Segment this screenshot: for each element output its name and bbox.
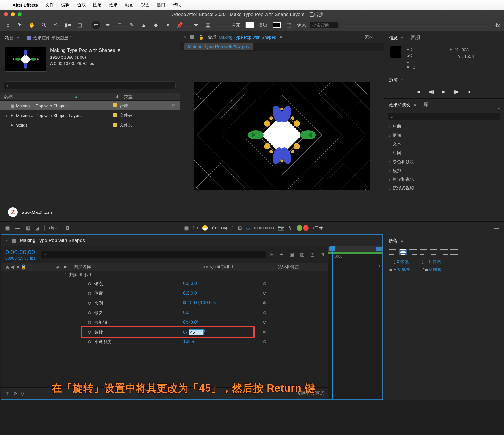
- align-right-button[interactable]: [409, 249, 417, 255]
- align-center-button[interactable]: [399, 249, 407, 255]
- more-tabs-icon[interactable]: »: [377, 35, 380, 40]
- guides-icon[interactable]: ◇: [246, 225, 250, 231]
- tl-btm-icon[interactable]: {}: [21, 391, 24, 396]
- zoom-level[interactable]: (33.3%): [212, 225, 227, 230]
- property-value[interactable]: 0.0: [183, 310, 263, 315]
- list-item[interactable]: ›▸ Making ... Pop with Shapes Layers 文件夹: [0, 110, 180, 120]
- property-row[interactable]: Ö比例⧉ 100.0,100.0%⊚: [1, 298, 328, 308]
- justify-center-button[interactable]: [430, 249, 437, 255]
- tl-btm-icon[interactable]: ⊚: [13, 391, 17, 396]
- menu-animation[interactable]: 动画: [125, 2, 134, 8]
- list-item[interactable]: ›▸ Solids 文件夹: [0, 120, 180, 130]
- sort-arrow-icon[interactable]: ▴: [75, 94, 77, 99]
- justify-left-button[interactable]: [420, 249, 427, 255]
- project-bpc-button[interactable]: 8 bpc: [44, 225, 60, 231]
- app-name[interactable]: After Effects: [13, 3, 38, 7]
- window-zoom-button[interactable]: [18, 12, 22, 16]
- property-value[interactable]: 0.0,0.0: [183, 281, 263, 286]
- window-close-button[interactable]: [4, 12, 8, 16]
- label-color-icon[interactable]: [113, 123, 117, 127]
- resolution[interactable]: (二分: [313, 225, 323, 231]
- menu-effect[interactable]: 效果: [109, 2, 118, 8]
- property-row[interactable]: Ö锚点0.0,0.0⊚: [1, 279, 328, 288]
- stamp-tool[interactable]: ▲: [140, 21, 148, 29]
- comp-flowchart-icon[interactable]: ⊱: [270, 252, 274, 257]
- play-button[interactable]: ▶: [442, 89, 446, 94]
- channel-icon[interactable]: ↯: [288, 225, 292, 231]
- stopwatch-icon[interactable]: Ö: [85, 301, 94, 305]
- stopwatch-icon[interactable]: Ö: [85, 339, 94, 344]
- eraser-tool[interactable]: ◆: [152, 21, 160, 29]
- stopwatch-icon[interactable]: Ö: [85, 291, 94, 296]
- star-icon[interactable]: ★: [192, 21, 200, 29]
- tab-library[interactable]: 库: [422, 99, 429, 110]
- pin-tool[interactable]: 📌: [176, 21, 184, 29]
- tab-project[interactable]: 项目≡: [4, 33, 21, 43]
- space-after[interactable]: *≣ 0 像素: [423, 267, 442, 272]
- graph-icon[interactable]: ◳: [310, 252, 314, 257]
- window-minimize-button[interactable]: [11, 12, 15, 16]
- parent-link-icon[interactable]: ⊚: [263, 339, 267, 344]
- workarea-end-handle[interactable]: [376, 247, 382, 251]
- justify-right-button[interactable]: [440, 249, 448, 255]
- adjust-icon[interactable]: ◢: [35, 225, 39, 231]
- viewer-time[interactable]: 0;00;00;00: [254, 225, 274, 230]
- first-frame-button[interactable]: ⏮: [416, 89, 421, 94]
- stroke-width-icon[interactable]: ⬚: [285, 21, 293, 29]
- timeline-track-area[interactable]: :00s ▴: [328, 246, 382, 399]
- trash-icon[interactable]: 🗑: [65, 225, 71, 231]
- tab-paragraph[interactable]: 段落≡: [388, 236, 404, 246]
- close-tab-icon[interactable]: ×: [184, 35, 187, 40]
- snap-icon[interactable]: ⊡: [321, 252, 324, 257]
- indent-right[interactable]: ▯← 0 像素: [421, 259, 441, 264]
- timeline-tab[interactable]: Making Type Pop with Shapes: [20, 238, 85, 243]
- menu-file[interactable]: 文件: [45, 2, 54, 8]
- menu-edit[interactable]: 编辑: [61, 2, 70, 8]
- stopwatch-icon[interactable]: Ö: [85, 320, 94, 325]
- justify-all-button[interactable]: [450, 249, 458, 255]
- col-parent[interactable]: 父级和链接: [278, 264, 299, 270]
- tab-audio[interactable]: 音频: [409, 32, 421, 43]
- motion-blur-icon[interactable]: ▥: [300, 252, 304, 257]
- parent-link-icon[interactable]: ⊚: [263, 320, 267, 325]
- label-column-icon[interactable]: ◈: [116, 94, 124, 99]
- transform-group[interactable]: ˅变换: 矩形 1: [1, 271, 328, 279]
- space-before[interactable]: ≣→ 0 像素: [389, 267, 410, 272]
- color-mgmt-icon[interactable]: 🟢🔴: [296, 225, 309, 231]
- property-row[interactable]: Ö倾斜0.0⊚: [1, 308, 328, 317]
- effect-category[interactable]: 模糊和锐化: [384, 175, 504, 184]
- effect-category[interactable]: 抠像: [384, 131, 504, 140]
- tab-info[interactable]: 信息≡: [388, 33, 404, 43]
- zoom-tool[interactable]: [40, 21, 48, 29]
- snapshot-icon[interactable]: 📷: [278, 225, 284, 231]
- menu-view[interactable]: 视图: [141, 2, 149, 8]
- label-icon[interactable]: ◈: [56, 264, 64, 270]
- search-help-input[interactable]: [310, 22, 339, 28]
- scroll-up-icon[interactable]: ▴: [378, 263, 381, 268]
- av-features-icons[interactable]: ◉ ◀) ● 🔒: [5, 264, 56, 270]
- stopwatch-icon[interactable]: Ö: [85, 310, 94, 315]
- effects-search-input[interactable]: ⌕: [388, 113, 500, 120]
- menu-help[interactable]: 帮助: [173, 2, 181, 8]
- grid-toggle-icon[interactable]: ⊞: [238, 225, 242, 231]
- zoom-dropdown[interactable]: ˅: [231, 225, 234, 231]
- parent-link-icon[interactable]: ⊚: [263, 300, 267, 305]
- property-row[interactable]: Ö位置0.0,0.0⊚: [1, 288, 328, 298]
- effect-category[interactable]: 时间: [384, 149, 504, 157]
- col-layer-name[interactable]: 图层名称: [74, 264, 202, 270]
- home-tool[interactable]: ⌂: [4, 21, 12, 29]
- new-bin-icon[interactable]: ▬: [494, 225, 499, 231]
- property-value[interactable]: 0x °: [183, 329, 263, 335]
- next-frame-button[interactable]: ▮▶: [454, 89, 459, 94]
- tab-footage[interactable]: 素材: [365, 34, 373, 40]
- parent-link-icon[interactable]: ⊚: [263, 310, 267, 315]
- type-tool[interactable]: T: [116, 21, 124, 29]
- parent-link-icon[interactable]: ⊚: [263, 329, 267, 335]
- col-switches[interactable]: ♀♂＼fx▣◎◑☐: [202, 264, 278, 270]
- orbit-tool[interactable]: ⟲: [52, 21, 60, 29]
- tab-preview[interactable]: 预览≡: [388, 75, 404, 85]
- comp-mini-tab-label[interactable]: Making Type Pop with Shapes: [184, 43, 253, 50]
- col-type[interactable]: 类型: [124, 94, 176, 99]
- effect-category[interactable]: 扭曲: [384, 122, 504, 131]
- last-frame-button[interactable]: ⏭: [467, 89, 472, 94]
